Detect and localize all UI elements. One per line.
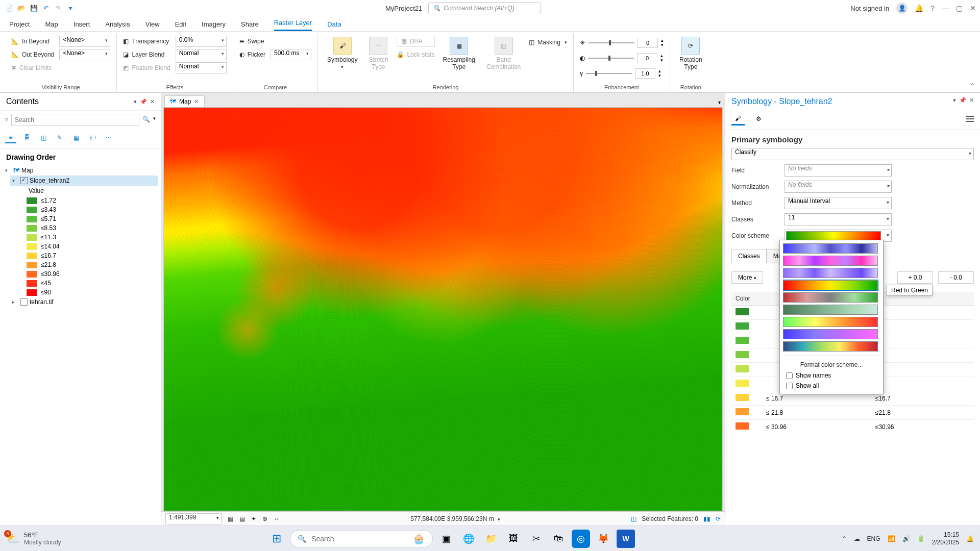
class-chip[interactable] <box>736 308 749 315</box>
list-by-editing-icon[interactable]: ✎ <box>54 132 65 143</box>
upper-value[interactable]: ≤ 30.96 <box>762 420 871 434</box>
transparency-input[interactable]: 0.0% <box>176 36 227 47</box>
col-color[interactable]: Color <box>731 292 762 306</box>
status-icon-dynamic[interactable]: ⊕ <box>262 515 267 522</box>
class-label[interactable] <box>871 348 974 363</box>
layer-checkbox[interactable] <box>20 177 28 184</box>
explorer-icon[interactable]: 📁 <box>482 530 500 548</box>
photos-icon[interactable]: 🖼 <box>504 530 523 548</box>
class-label[interactable]: ≤16.7 <box>871 391 974 406</box>
layer-checkbox[interactable] <box>20 298 28 306</box>
class-chip[interactable] <box>736 422 749 430</box>
tree-node-map[interactable]: ▾ 🗺 Map <box>3 165 158 176</box>
menu-icon[interactable] <box>966 116 974 122</box>
qat-dropdown-icon[interactable]: ▾ <box>65 3 76 13</box>
tab-analysis[interactable]: Analysis <box>105 17 130 31</box>
method-dropdown[interactable]: Manual Interval <box>785 197 892 209</box>
weather-widget[interactable]: ⛅ 3 56°F Mostly cloudy <box>6 531 61 546</box>
ramp-option[interactable] <box>783 305 878 315</box>
class-chip[interactable] <box>736 380 749 387</box>
ribbon-collapse-icon[interactable]: ⌃ <box>970 82 975 89</box>
redo-icon[interactable]: ↷ <box>53 3 63 13</box>
signin-label[interactable]: Not signed in <box>850 5 889 12</box>
out-beyond-button[interactable]: 📐Out Beyond <box>11 49 54 60</box>
status-icon-constraints[interactable]: ↔ <box>274 515 280 522</box>
clock[interactable]: 15:15 2/20/2025 <box>932 531 959 546</box>
class-label[interactable]: ≤21.8 <box>871 406 974 420</box>
word-icon[interactable]: W <box>617 530 635 548</box>
open-project-icon[interactable]: 📂 <box>16 3 27 13</box>
contrast-value[interactable]: 0 <box>637 53 657 63</box>
classes-dropdown[interactable]: 11 <box>785 213 892 226</box>
flicker-input[interactable]: 500.0 ms <box>271 49 311 60</box>
pane-dropdown-icon[interactable]: ▾ <box>134 98 137 105</box>
tab-raster-layer[interactable]: Raster Layer <box>274 16 312 31</box>
band-combination-button[interactable]: ▥ Band Combination <box>483 36 524 71</box>
brightness-value[interactable]: 0 <box>638 38 658 48</box>
in-beyond-dropdown[interactable]: <None> <box>59 36 110 47</box>
class-chip[interactable] <box>736 408 749 415</box>
start-icon[interactable]: ⊞ <box>267 530 286 548</box>
class-chip[interactable] <box>736 351 749 358</box>
map-canvas[interactable] <box>163 107 723 511</box>
minus-input[interactable]: - 0.0 <box>938 271 974 284</box>
tree-node-slope[interactable]: ▾ Slope_tehran2 <box>10 176 158 186</box>
ramp-option[interactable] <box>783 256 878 266</box>
tab-edit[interactable]: Edit <box>175 17 186 31</box>
class-label[interactable] <box>871 320 974 334</box>
lock-stats-button[interactable]: 🔒Lock stats <box>397 49 435 60</box>
refresh-icon[interactable]: ⟳ <box>716 515 721 522</box>
map-view-dd-icon[interactable]: ▾ <box>714 97 725 107</box>
rotation-button[interactable]: ⟳ Rotation Type <box>676 36 705 71</box>
ramp-option[interactable] <box>783 268 878 278</box>
filter-icon[interactable]: ▿ <box>5 114 8 126</box>
volume-icon[interactable]: 🔊 <box>902 535 910 542</box>
brightness-slider[interactable] <box>589 42 634 43</box>
feature-blend-dropdown[interactable]: Normal <box>176 62 227 73</box>
list-more-icon[interactable]: ⋯ <box>103 132 114 143</box>
notifications-icon[interactable]: 🔔 <box>915 4 923 12</box>
firefox-icon[interactable]: 🦊 <box>594 530 612 548</box>
tree-node-tehran[interactable]: ▸ tehran.tif <box>10 297 158 307</box>
tab-insert[interactable]: Insert <box>74 17 90 31</box>
pane-pin-icon[interactable]: 📌 <box>959 97 966 106</box>
clear-limits-button[interactable]: ✖Clear Limits <box>11 62 54 73</box>
ramp-option[interactable] <box>783 329 878 339</box>
symbology-button[interactable]: 🖌 Symbology ▾ <box>324 36 360 70</box>
pane-pin-icon[interactable]: 📌 <box>140 98 147 105</box>
save-icon[interactable]: 💾 <box>29 3 39 13</box>
undo-icon[interactable]: ↶ <box>41 3 51 13</box>
pane-close-icon[interactable]: ✕ <box>150 98 155 105</box>
ramp-option-red-green[interactable] <box>783 280 878 290</box>
dra-button[interactable]: ▦DRA <box>397 36 435 47</box>
ramp-option[interactable] <box>783 292 878 303</box>
format-color-scheme-link[interactable]: Format color scheme... <box>783 359 880 370</box>
tab-view[interactable]: View <box>145 17 160 31</box>
tab-share[interactable]: Share <box>241 17 259 31</box>
map-tab[interactable]: 🗺 Map ✕ <box>164 95 205 107</box>
resampling-button[interactable]: ▦ Resampling Type <box>440 36 478 71</box>
tab-data[interactable]: Data <box>327 17 341 31</box>
class-label[interactable] <box>871 306 974 320</box>
snip-icon[interactable]: ✂ <box>527 530 545 548</box>
status-icon-snap[interactable]: ✦ <box>251 515 256 522</box>
ramp-option[interactable] <box>783 317 878 327</box>
taskbar-search[interactable]: 🔍 Search 🧁 <box>290 530 433 547</box>
onedrive-icon[interactable]: ☁ <box>854 535 860 542</box>
battery-icon[interactable]: 🔋 <box>917 535 925 542</box>
color-scheme-list[interactable] <box>783 243 880 354</box>
class-label[interactable] <box>871 363 974 377</box>
tab-imagery[interactable]: Imagery <box>202 17 226 31</box>
plus-input[interactable]: + 0.0 <box>897 271 933 284</box>
language-label[interactable]: ENG <box>867 535 880 542</box>
contrast-slider[interactable] <box>588 58 634 59</box>
arcgis-icon[interactable]: ◎ <box>572 530 590 548</box>
tab-project[interactable]: Project <box>9 17 30 31</box>
class-row[interactable]: ≤ 30.96≤30.96 <box>731 420 974 434</box>
show-names-checkbox[interactable]: Show names <box>783 370 880 381</box>
primary-symbology-tab-icon[interactable]: 🖌 <box>731 112 745 126</box>
minimize-icon[interactable]: — <box>942 4 949 12</box>
command-search[interactable]: 🔍 Command Search (Alt+Q) <box>428 2 541 14</box>
gamma-slider[interactable] <box>586 73 632 74</box>
advanced-symbology-tab-icon[interactable]: ⚙ <box>752 112 765 126</box>
